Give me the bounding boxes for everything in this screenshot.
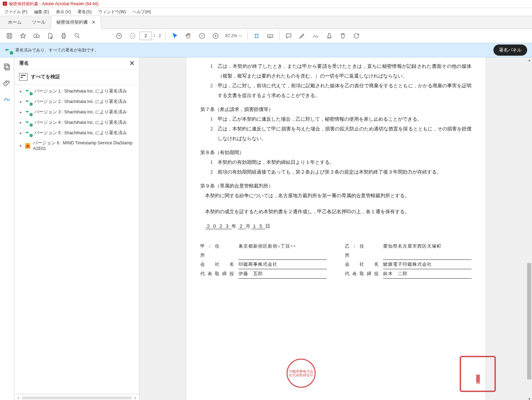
- window-title: 秘密保持契約書 - Adobe Acrobat Reader (64-bit): [9, 0, 98, 8]
- signature-row[interactable]: ▸✒✓バージョン 3 : Shachihata Inc. により署名済み: [19, 107, 137, 117]
- party-a-block: 甲：住 所東京都新宿区新宿○丁目×× 会 社 名印鑑商事株式会社 代表取締役伊藤…: [200, 242, 327, 279]
- tab-tools[interactable]: ツール: [27, 16, 51, 29]
- list-check-icon: [19, 73, 27, 81]
- attachments-icon[interactable]: [3, 79, 11, 87]
- chevron-right-icon: ▸: [20, 99, 23, 104]
- scroll-right-icon[interactable]: ›: [133, 395, 137, 400]
- cloud-upload-icon[interactable]: [30, 29, 43, 42]
- article-9-text: 本契約に関する紛争については，名古屋地方裁判所を第一審の専属的合意管轄裁判所とす…: [200, 191, 471, 201]
- sign-icon[interactable]: [309, 29, 322, 42]
- signed-ok-icon: ✒✓: [25, 130, 32, 136]
- vscroll-thumb[interactable]: [527, 263, 531, 379]
- page-separator: /: [152, 33, 157, 38]
- party-a-company-label: 会 社 名: [200, 260, 239, 269]
- star-icon[interactable]: [16, 29, 30, 42]
- app-icon: 🅰: [3, 0, 7, 8]
- menu-edit[interactable]: 編集 (E): [31, 8, 52, 16]
- signature-panel-button[interactable]: 署名パネル: [493, 45, 527, 56]
- signature-row[interactable]: ▸✒✓バージョン 5 : Shachihata Inc. により署名済み: [19, 128, 137, 138]
- svg-rect-12: [5, 64, 8, 69]
- comment-icon[interactable]: [282, 29, 295, 42]
- validate-all-label: すべてを検証: [31, 74, 60, 80]
- validate-all-button[interactable]: すべてを検証: [14, 70, 139, 85]
- menu-window[interactable]: ウィンドウ(W): [96, 8, 129, 16]
- delete-icon[interactable]: [336, 29, 349, 42]
- menu-file[interactable]: ファイル (F): [1, 8, 30, 16]
- menu-help[interactable]: ヘルプ(H): [130, 8, 154, 16]
- hscroll-track[interactable]: [22, 397, 132, 399]
- signed-ok-icon: ✒✓: [25, 119, 32, 126]
- zoom-out-icon[interactable]: [195, 29, 209, 42]
- chevron-right-icon: ▸: [20, 143, 22, 148]
- party-b-rep: 鈴木 二郎: [383, 269, 471, 279]
- article-7-title: 第７条（差止請求，損害賠償等）: [200, 105, 471, 114]
- clause-text: 甲は，乙が本契約に違反した場合，乙に対して，秘密情報の使用を差し止めることができ…: [218, 114, 471, 124]
- chevron-down-icon: [239, 34, 242, 38]
- page-up-icon[interactable]: [112, 29, 126, 42]
- stamp-icon[interactable]: [323, 29, 336, 42]
- page-number-input[interactable]: [139, 32, 152, 40]
- signatures-side-panel: 署名 ✕ すべてを検証 ▸✒✓バージョン 1 : Shachihata Inc.…: [14, 57, 140, 400]
- party-b-block: 乙：住 所愛知県名古屋市西区天塚町 会 社 名鯱旗電子印鑑株式会社 代表取締役鈴…: [345, 242, 471, 279]
- clause-text: 甲は，乙に対し，前項に代えて，前項に記載された媒体を乙の責任で廃棄をするとともに…: [218, 81, 471, 101]
- close-panel-icon[interactable]: ✕: [129, 59, 135, 67]
- save-icon[interactable]: [3, 29, 16, 42]
- vscroll-track[interactable]: [526, 63, 532, 396]
- signature-row[interactable]: ▸✒✓バージョン 1 : Shachihata Inc. により署名済み: [19, 86, 137, 96]
- tab-home[interactable]: ホーム: [3, 16, 27, 29]
- highlight-icon[interactable]: [296, 29, 309, 42]
- signature-row[interactable]: ▸✒✓バージョン 4 : Shachihata Inc. により署名済み: [19, 117, 137, 128]
- signatures-pane-icon[interactable]: [3, 95, 11, 103]
- menu-view[interactable]: 表示 (V): [53, 8, 74, 16]
- signature-blocks: 甲：住 所東京都新宿区新宿○丁目×× 会 社 名印鑑商事株式会社 代表取締役伊藤…: [200, 242, 471, 279]
- party-b-seal: 鯱旗電子印鑑株式会社: [460, 356, 496, 392]
- signature-label: バージョン 5 : Shachihata Inc. により署名済み: [34, 130, 127, 136]
- signature-status-bar: ✒✓ 署名済みであり、すべての署名が有効です。 署名パネル: [0, 43, 532, 57]
- side-panel-hscroll: ‹ ›: [14, 394, 139, 400]
- svg-point-6: [75, 33, 78, 37]
- rotate-icon[interactable]: [350, 29, 363, 42]
- cursor-icon[interactable]: [168, 29, 182, 42]
- keyboard-icon[interactable]: [264, 29, 277, 42]
- fit-width-icon[interactable]: [250, 29, 263, 42]
- side-panel-header: 署名 ✕: [14, 57, 139, 70]
- vertical-scrollbar[interactable]: ▴ ▾: [526, 57, 532, 400]
- signed-ok-icon: ✒✓: [25, 88, 32, 94]
- signature-list: ▸✒✓バージョン 1 : Shachihata Inc. により署名済み ▸✒✓…: [14, 85, 139, 154]
- document-view[interactable]: 1乙は，本契約が終了したとき，または甲から要請を受けたときは，直ちに秘密情報が記…: [140, 57, 532, 400]
- signature-row[interactable]: ▸✒✓バージョン 2 : Shachihata Inc. により署名済み: [19, 96, 137, 107]
- signature-label: バージョン 1 : Shachihata Inc. により署名済み: [34, 88, 127, 94]
- clause-num: 1: [200, 158, 218, 167]
- tab-document[interactable]: 秘密保持契約書 ✕: [51, 16, 101, 29]
- scroll-down-icon[interactable]: ▾: [526, 396, 532, 400]
- signature-label: バージョン 2 : Shachihata Inc. により署名済み: [34, 99, 127, 105]
- hand-icon[interactable]: [182, 29, 195, 42]
- svg-point-8: [130, 33, 135, 39]
- chevron-right-icon: ▸: [20, 89, 23, 94]
- thumbnails-icon[interactable]: [3, 63, 11, 71]
- zoom-value: 87.2%: [225, 33, 237, 38]
- signed-ok-icon: ✒✓: [25, 109, 32, 115]
- clause-num: 2: [200, 124, 218, 144]
- signature-status-text: 署名済みであり、すべての署名が有効です。: [15, 47, 99, 53]
- scroll-left-icon[interactable]: ‹: [16, 395, 21, 400]
- page-lock-icon[interactable]: [43, 29, 57, 42]
- party-b-company-label: 会 社 名: [345, 260, 383, 269]
- search-icon[interactable]: [71, 29, 84, 42]
- tab-close-icon[interactable]: ✕: [91, 16, 96, 29]
- signature-label: バージョン 3 : Shachihata Inc. により署名済み: [34, 109, 127, 115]
- party-a-address-label: 甲：住 所: [200, 242, 239, 260]
- svg-point-2: [51, 37, 52, 38]
- zoom-select[interactable]: 87.2%: [223, 33, 245, 38]
- page-down-icon[interactable]: [126, 29, 139, 42]
- svg-point-7: [116, 33, 122, 39]
- signature-row[interactable]: ▸◆バージョン 6 : MIND Timestamp Service DiaSt…: [19, 138, 137, 153]
- date-month: ２: [238, 224, 245, 229]
- zoom-in-icon[interactable]: [209, 29, 222, 42]
- print-icon[interactable]: [57, 29, 70, 42]
- scroll-up-icon[interactable]: ▴: [526, 57, 532, 63]
- chevron-right-icon: ▸: [20, 110, 23, 114]
- menu-sign[interactable]: 署名(S): [75, 8, 94, 16]
- party-a-rep: 伊藤 五郎: [239, 269, 327, 279]
- party-a-address: 東京都新宿区新宿○丁目××: [239, 242, 327, 260]
